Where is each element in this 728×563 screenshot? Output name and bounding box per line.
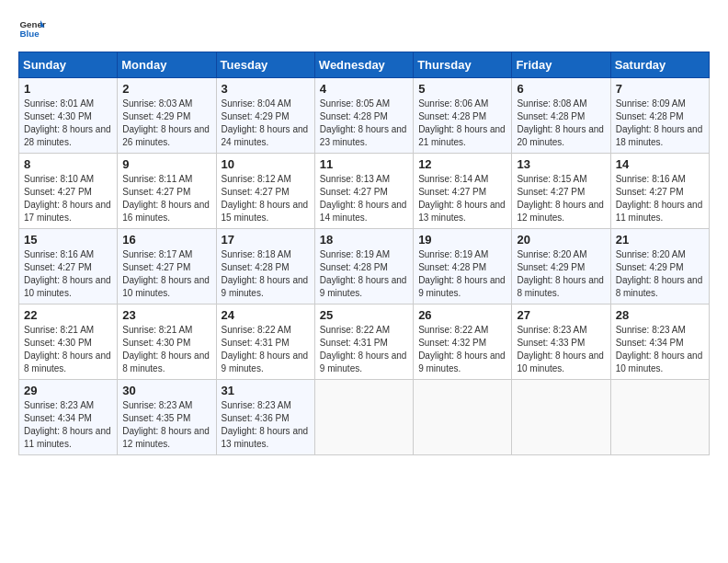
day-info: Sunrise: 8:06 AMSunset: 4:28 PMDaylight:… [418,98,506,149]
day-number: 9 [122,157,210,171]
week-row-1: 1 Sunrise: 8:01 AMSunset: 4:30 PMDayligh… [19,78,710,154]
day-cell: 10 Sunrise: 8:12 AMSunset: 4:27 PMDaylig… [216,154,314,229]
day-info: Sunrise: 8:08 AMSunset: 4:28 PMDaylight:… [517,98,605,149]
day-cell: 25 Sunrise: 8:22 AMSunset: 4:31 PMDaylig… [314,304,413,380]
week-row-4: 22 Sunrise: 8:21 AMSunset: 4:30 PMDaylig… [19,304,710,380]
day-number: 7 [616,82,704,96]
day-info: Sunrise: 8:21 AMSunset: 4:30 PMDaylight:… [122,324,210,375]
day-number: 5 [418,82,506,96]
day-info: Sunrise: 8:16 AMSunset: 4:27 PMDaylight:… [616,173,704,224]
day-number: 14 [616,157,704,171]
day-cell: 2 Sunrise: 8:03 AMSunset: 4:29 PMDayligh… [118,78,216,154]
day-info: Sunrise: 8:23 AMSunset: 4:36 PMDaylight:… [222,399,310,451]
day-number: 23 [122,308,210,322]
day-cell: 1 Sunrise: 8:01 AMSunset: 4:30 PMDayligh… [19,78,118,154]
day-number: 17 [222,233,310,247]
day-info: Sunrise: 8:14 AMSunset: 4:27 PMDaylight:… [418,173,506,224]
day-number: 10 [222,157,310,171]
day-number: 18 [320,233,408,247]
day-cell: 19 Sunrise: 8:19 AMSunset: 4:28 PMDaylig… [414,229,512,304]
header-cell-monday: Monday [118,52,216,78]
day-number: 1 [24,82,112,96]
day-info: Sunrise: 8:18 AMSunset: 4:28 PMDaylight:… [222,248,310,300]
day-cell: 7 Sunrise: 8:09 AMSunset: 4:28 PMDayligh… [610,78,709,154]
day-cell: 6 Sunrise: 8:08 AMSunset: 4:28 PMDayligh… [512,78,610,154]
day-info: Sunrise: 8:03 AMSunset: 4:29 PMDaylight:… [122,98,210,149]
day-info: Sunrise: 8:22 AMSunset: 4:31 PMDaylight:… [222,324,310,375]
day-cell: 5 Sunrise: 8:06 AMSunset: 4:28 PMDayligh… [414,78,512,154]
page-header: General Blue [18,15,710,42]
day-cell: 18 Sunrise: 8:19 AMSunset: 4:28 PMDaylig… [314,229,413,304]
week-row-5: 29 Sunrise: 8:23 AMSunset: 4:34 PMDaylig… [19,380,710,455]
day-info: Sunrise: 8:23 AMSunset: 4:34 PMDaylight:… [24,399,112,451]
day-info: Sunrise: 8:11 AMSunset: 4:27 PMDaylight:… [122,173,210,224]
day-cell: 28 Sunrise: 8:23 AMSunset: 4:34 PMDaylig… [610,304,709,380]
header-cell-sunday: Sunday [19,52,118,78]
day-info: Sunrise: 8:09 AMSunset: 4:28 PMDaylight:… [616,98,704,149]
day-cell: 4 Sunrise: 8:05 AMSunset: 4:28 PMDayligh… [314,78,413,154]
day-number: 16 [122,233,210,247]
day-number: 28 [616,308,704,322]
day-info: Sunrise: 8:16 AMSunset: 4:27 PMDaylight:… [24,248,112,300]
day-number: 3 [222,82,310,96]
day-info: Sunrise: 8:22 AMSunset: 4:31 PMDaylight:… [320,324,408,375]
day-number: 2 [122,82,210,96]
day-cell: 24 Sunrise: 8:22 AMSunset: 4:31 PMDaylig… [216,304,314,380]
day-number: 24 [222,308,310,322]
header-cell-thursday: Thursday [414,52,512,78]
day-info: Sunrise: 8:23 AMSunset: 4:33 PMDaylight:… [517,324,605,375]
day-number: 22 [24,308,112,322]
day-info: Sunrise: 8:05 AMSunset: 4:28 PMDaylight:… [320,98,408,149]
calendar-table: SundayMondayTuesdayWednesdayThursdayFrid… [18,52,710,455]
day-cell: 20 Sunrise: 8:20 AMSunset: 4:29 PMDaylig… [512,229,610,304]
week-row-3: 15 Sunrise: 8:16 AMSunset: 4:27 PMDaylig… [19,229,710,304]
day-cell: 27 Sunrise: 8:23 AMSunset: 4:33 PMDaylig… [512,304,610,380]
day-cell: 17 Sunrise: 8:18 AMSunset: 4:28 PMDaylig… [216,229,314,304]
day-number: 8 [24,157,112,171]
day-cell: 22 Sunrise: 8:21 AMSunset: 4:30 PMDaylig… [19,304,118,380]
day-number: 6 [517,82,605,96]
day-info: Sunrise: 8:20 AMSunset: 4:29 PMDaylight:… [616,248,704,300]
day-info: Sunrise: 8:20 AMSunset: 4:29 PMDaylight:… [517,248,605,300]
header-row: SundayMondayTuesdayWednesdayThursdayFrid… [19,52,710,78]
day-info: Sunrise: 8:23 AMSunset: 4:35 PMDaylight:… [122,399,210,451]
day-number: 4 [320,82,408,96]
day-info: Sunrise: 8:17 AMSunset: 4:27 PMDaylight:… [122,248,210,300]
header-cell-friday: Friday [512,52,610,78]
day-cell: 15 Sunrise: 8:16 AMSunset: 4:27 PMDaylig… [19,229,118,304]
header-cell-wednesday: Wednesday [314,52,413,78]
logo: General Blue [18,15,46,42]
day-info: Sunrise: 8:23 AMSunset: 4:34 PMDaylight:… [616,324,704,375]
day-cell: 31 Sunrise: 8:23 AMSunset: 4:36 PMDaylig… [216,380,314,455]
day-info: Sunrise: 8:15 AMSunset: 4:27 PMDaylight:… [517,173,605,224]
day-number: 11 [320,157,408,171]
day-cell: 16 Sunrise: 8:17 AMSunset: 4:27 PMDaylig… [118,229,216,304]
day-cell: 21 Sunrise: 8:20 AMSunset: 4:29 PMDaylig… [610,229,709,304]
day-cell: 8 Sunrise: 8:10 AMSunset: 4:27 PMDayligh… [19,154,118,229]
day-number: 30 [122,384,210,397]
day-cell: 3 Sunrise: 8:04 AMSunset: 4:29 PMDayligh… [216,78,314,154]
day-cell: 14 Sunrise: 8:16 AMSunset: 4:27 PMDaylig… [610,154,709,229]
day-info: Sunrise: 8:13 AMSunset: 4:27 PMDaylight:… [320,173,408,224]
day-info: Sunrise: 8:01 AMSunset: 4:30 PMDaylight:… [24,98,112,149]
day-number: 12 [418,157,506,171]
day-number: 19 [418,233,506,247]
day-info: Sunrise: 8:19 AMSunset: 4:28 PMDaylight:… [320,248,408,300]
week-row-2: 8 Sunrise: 8:10 AMSunset: 4:27 PMDayligh… [19,154,710,229]
header-cell-tuesday: Tuesday [216,52,314,78]
day-cell: 9 Sunrise: 8:11 AMSunset: 4:27 PMDayligh… [118,154,216,229]
day-cell [610,380,709,455]
day-number: 15 [24,233,112,247]
day-cell [512,380,610,455]
day-cell: 29 Sunrise: 8:23 AMSunset: 4:34 PMDaylig… [19,380,118,455]
day-info: Sunrise: 8:10 AMSunset: 4:27 PMDaylight:… [24,173,112,224]
day-info: Sunrise: 8:22 AMSunset: 4:32 PMDaylight:… [418,324,506,375]
day-cell [414,380,512,455]
day-number: 29 [24,384,112,397]
day-cell: 11 Sunrise: 8:13 AMSunset: 4:27 PMDaylig… [314,154,413,229]
svg-text:Blue: Blue [20,29,40,39]
day-cell: 26 Sunrise: 8:22 AMSunset: 4:32 PMDaylig… [414,304,512,380]
day-cell [314,380,413,455]
day-number: 21 [616,233,704,247]
day-cell: 30 Sunrise: 8:23 AMSunset: 4:35 PMDaylig… [118,380,216,455]
